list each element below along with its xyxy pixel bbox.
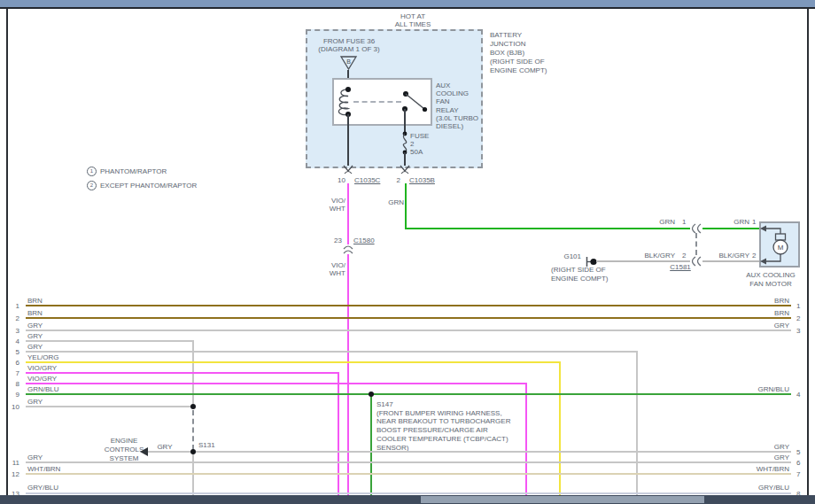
grn-left-label: GRN: [640, 218, 675, 226]
row-num-left: 8: [0, 380, 19, 388]
wire-row: [26, 461, 791, 463]
s131-dashed-link: [192, 410, 194, 450]
row-num-right: 3: [796, 327, 800, 335]
c1035c-link[interactable]: C1035C: [354, 176, 380, 184]
c1580-link[interactable]: C1580: [353, 236, 375, 244]
vio-wht-wire: [347, 183, 349, 495]
c1035c-pin: 10: [330, 176, 345, 184]
aux-cooling-fan-relay-label: AUXCOOLING FANRELAY (3.0L TURBODIESEL): [436, 81, 478, 130]
wire-label: GRY: [27, 398, 43, 406]
row-num-left: 2: [0, 314, 19, 322]
coil-top-junction: [345, 87, 351, 92]
c1035b-pin: 2: [390, 176, 400, 184]
wire-row: [26, 393, 791, 395]
row-num-left: 4: [0, 337, 19, 345]
wire-row: [26, 305, 791, 306]
bjb-label: BATTERYJUNCTION BOX (BJB)(RIGHT SIDE OF …: [490, 31, 547, 75]
coil-output-wire: [347, 114, 349, 166]
row-num-left: 11: [0, 459, 19, 467]
wire-row: [26, 317, 791, 319]
wire-label-right: GRY/BLU: [749, 484, 789, 492]
g101-label: G101: [556, 252, 581, 260]
wire-row: [26, 406, 193, 407]
horizontal-scrollbar-thumb[interactable]: [421, 496, 704, 503]
g101-location-label: (RIGHT SIDE OFENGINE COMPT): [551, 266, 608, 283]
wire-label: GRY: [27, 322, 43, 330]
c1580-pin: 23: [326, 236, 342, 244]
connector-c1035b-icon: [400, 165, 410, 174]
wire-label: YEL/ORG: [27, 353, 59, 361]
wire-label: VIO/GRY: [27, 375, 57, 383]
s131-wire-label: GRY: [152, 443, 177, 451]
row-num-left: 6: [0, 359, 19, 367]
wire-row: [26, 340, 194, 342]
fuse-output-wire: [404, 152, 406, 166]
grn-wire-to-motor: [702, 228, 759, 229]
circled-2-icon: 2: [87, 181, 97, 190]
s147-splice-label: S147(FRONT BUMPER WIRING HARNESS, NEAR B…: [376, 400, 510, 452]
wire-row: [26, 330, 791, 331]
legend-item-2: EXCEPT PHANTOM/RAPTOR: [100, 182, 197, 190]
row-num-right: 1: [796, 302, 800, 310]
wire-label: BRN: [27, 309, 43, 317]
wire-label: GRY: [27, 343, 43, 351]
wire-row: [26, 383, 527, 384]
wire-label-right: GRY: [749, 443, 789, 451]
arrow-left-icon: [140, 447, 148, 456]
row-num-right: 7: [796, 470, 800, 478]
row-10-junction-dot: [190, 404, 196, 409]
wire-label-right: GRN/BLU: [749, 385, 789, 393]
grn-wire-horizontal: [405, 228, 690, 229]
wire-label-right: WHT/BRN: [749, 465, 789, 473]
row-num-right: 4: [796, 391, 800, 399]
wire-label: GRY: [27, 454, 43, 461]
wire-row-8-drop: [525, 383, 527, 495]
wire-label: BRN: [27, 297, 43, 305]
relay-actuation-dashed-link: [353, 101, 401, 103]
grn-wire-vertical: [405, 183, 407, 229]
wire-row: [26, 372, 339, 374]
wiring-diagram-page: HOT ATALL TIMES BATTERYJUNCTION BOX (BJB…: [0, 0, 815, 504]
blk-gry-wire: [596, 260, 690, 262]
wire-row: [26, 473, 791, 475]
row-num-right: 5: [796, 448, 800, 456]
s147-drop-wire: [370, 393, 372, 495]
blk-gry-right-label: BLK/GRY: [709, 252, 749, 260]
row-num-right: 2: [796, 314, 800, 322]
row-num-left: 5: [0, 348, 19, 356]
relay-coil-icon: [337, 89, 349, 114]
c1581-link[interactable]: C1581: [663, 263, 698, 271]
grn-label: GRN: [379, 198, 404, 206]
blk-gry-left-label: BLK/GRY: [633, 252, 675, 260]
wire-label: WHT/BRN: [27, 465, 60, 473]
svg-text:M: M: [778, 244, 784, 252]
wire-label: GRN/BLU: [27, 385, 59, 393]
c1581-dashed-link: [695, 233, 697, 255]
aux-cooling-fan-motor-label: AUX COOLINGFAN MOTOR: [742, 271, 799, 289]
s131-splice-dot: [190, 449, 196, 454]
row-num-right: 6: [796, 459, 800, 467]
c1035b-link[interactable]: C1035B: [409, 176, 435, 184]
wire-label: GRY: [27, 332, 43, 340]
switch-to-fuse-wire: [404, 109, 406, 132]
row-num-left: 1: [0, 302, 19, 310]
grn-left-pin: 1: [682, 218, 686, 226]
grn-right-label: GRN: [719, 218, 749, 226]
row-num-left: 12: [0, 470, 19, 478]
relay-switch-blade-icon: [403, 91, 430, 114]
legend-item-1: PHANTOM/RAPTOR: [100, 167, 167, 175]
wire-row: [26, 361, 561, 363]
page-right-border: [807, 9, 809, 495]
wire-row: [26, 492, 791, 494]
wire-row-7-drop: [338, 372, 339, 495]
fuse-label: FUSE2 50A: [410, 132, 429, 156]
off-page-triangle-b-icon[interactable]: B: [340, 56, 357, 70]
s131-wire-row: [148, 451, 791, 453]
motor-icon: M: [759, 221, 800, 268]
wire-label-right: GRY: [749, 454, 789, 461]
row-num-left: 10: [0, 403, 19, 411]
s147-splice-dot: [369, 392, 374, 397]
fuse-icon: [399, 130, 411, 155]
wire-label: VIO/GRY: [27, 364, 57, 372]
blk-gry-right-pin: 2: [752, 252, 756, 260]
